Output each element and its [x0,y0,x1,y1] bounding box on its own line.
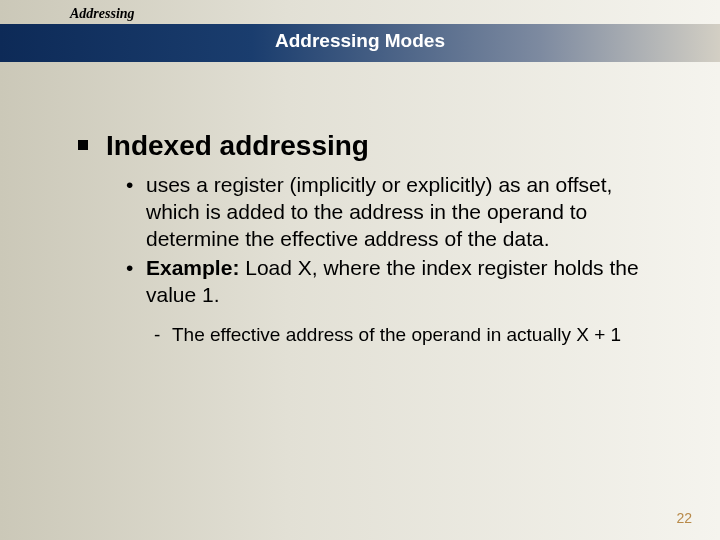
chapter-label: Addressing [70,6,135,22]
sub-bullet-text: The effective address of the operand in … [172,324,621,345]
bullet-item: uses a register (implicitly or explicitl… [126,172,670,253]
slide-title: Addressing Modes [0,30,720,52]
content-area: Indexed addressing uses a register (impl… [78,130,670,347]
main-heading: Indexed addressing [78,130,670,162]
bullet-item: Example: Load X, where the index registe… [126,255,670,309]
bullet-list: uses a register (implicitly or explicitl… [78,172,670,308]
slide: Addressing Addressing Modes Indexed addr… [0,0,720,540]
bullet-text: uses a register (implicitly or explicitl… [146,173,612,250]
bullet-label: Example: [146,256,239,279]
sub-bullet-item: The effective address of the operand in … [154,323,670,348]
sub-bullet-list: The effective address of the operand in … [78,323,670,348]
page-number: 22 [676,510,692,526]
